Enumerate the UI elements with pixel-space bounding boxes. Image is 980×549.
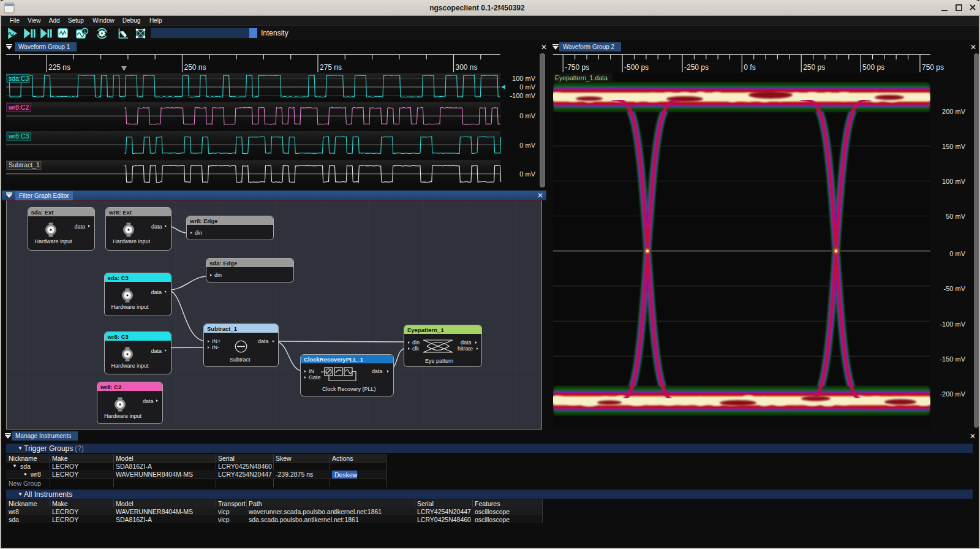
svg-text:Subtract_1: Subtract_1 <box>9 161 40 168</box>
svg-text:-100 mV: -100 mV <box>940 320 965 328</box>
svg-text:750 ps: 750 ps <box>922 63 944 72</box>
svg-text:100 mV: 100 mV <box>942 178 966 185</box>
svg-text:275 ns: 275 ns <box>320 63 342 72</box>
svg-text:sda:C3: sda:C3 <box>9 75 29 82</box>
svg-text:-500 ps: -500 ps <box>624 63 649 72</box>
svg-text:wr8:C3: wr8:C3 <box>8 132 29 140</box>
svg-text:200 mV: 200 mV <box>942 108 966 115</box>
svg-text:0 mV: 0 mV <box>519 83 535 91</box>
svg-text:-150 mV: -150 mV <box>940 355 965 363</box>
svg-text:150 mV: 150 mV <box>942 143 966 150</box>
svg-text:0 fs: 0 fs <box>744 63 755 72</box>
svg-text:0 mV: 0 mV <box>519 142 535 149</box>
svg-text:Eyepattern_1.data: Eyepattern_1.data <box>555 74 608 81</box>
svg-text:250 ns: 250 ns <box>184 63 206 72</box>
svg-text:0 mV: 0 mV <box>949 250 965 257</box>
svg-text:300 ns: 300 ns <box>456 63 478 72</box>
svg-text:50 mV: 50 mV <box>946 213 965 220</box>
svg-text:500 ps: 500 ps <box>862 63 884 72</box>
svg-text:-750 ps: -750 ps <box>565 63 589 72</box>
svg-text:0 mV: 0 mV <box>519 170 535 178</box>
svg-text:-250 ps: -250 ps <box>684 63 709 72</box>
svg-text:0 mV: 0 mV <box>519 112 535 119</box>
svg-text:250 ps: 250 ps <box>803 63 825 72</box>
svg-text:-50 mV: -50 mV <box>944 285 966 292</box>
svg-text:225 ns: 225 ns <box>48 63 70 72</box>
svg-text:100 mV: 100 mV <box>512 75 536 82</box>
svg-text:-100 mV: -100 mV <box>510 92 535 99</box>
svg-text:-200 mV: -200 mV <box>940 390 965 398</box>
svg-text:wr8:C2: wr8:C2 <box>8 104 29 111</box>
